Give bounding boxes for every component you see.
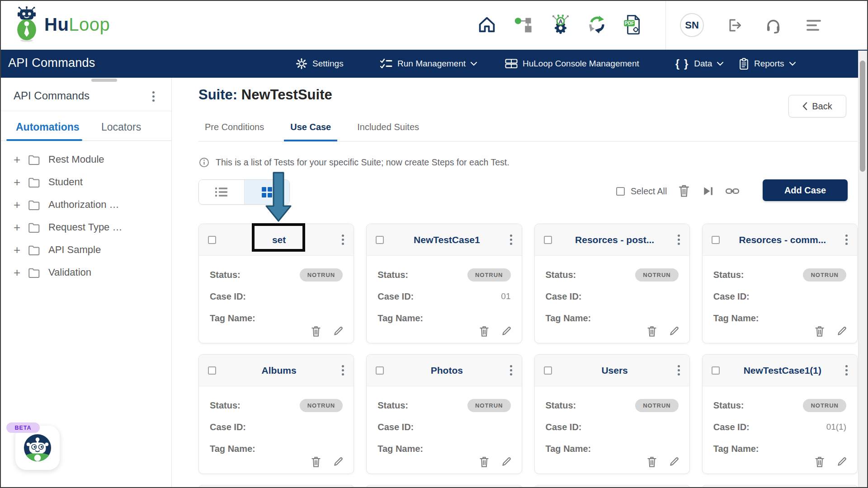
kebab-menu-icon[interactable] bbox=[845, 365, 848, 376]
active-tab-indicator bbox=[6, 139, 82, 141]
expand-plus-icon[interactable]: + bbox=[14, 155, 23, 164]
edit-case-icon[interactable] bbox=[836, 325, 848, 338]
case-checkbox[interactable] bbox=[376, 236, 384, 244]
sidebar-panel-title: API Commands bbox=[14, 89, 90, 102]
chevron-left-icon bbox=[802, 102, 807, 110]
grid-view-button[interactable] bbox=[244, 180, 289, 204]
folder-icon bbox=[28, 155, 40, 165]
delete-case-icon[interactable] bbox=[310, 325, 322, 338]
pdf-export-icon[interactable]: PDF bbox=[623, 14, 643, 34]
edit-case-icon[interactable] bbox=[333, 325, 344, 338]
nav-run-management-label: Run Management bbox=[397, 59, 466, 69]
tree-item-api-sample[interactable]: + API Sample bbox=[1, 239, 171, 261]
automation-tree: + Rest Module + Student + Authorization … bbox=[1, 148, 171, 284]
list-view-button[interactable] bbox=[199, 180, 244, 204]
tab-automations[interactable]: Automations bbox=[16, 121, 80, 133]
home-icon[interactable] bbox=[477, 14, 497, 34]
edit-case-icon[interactable] bbox=[501, 455, 513, 468]
delete-case-icon[interactable] bbox=[478, 455, 490, 468]
delete-case-icon[interactable] bbox=[646, 325, 658, 338]
skip-to-end-icon[interactable] bbox=[702, 185, 714, 197]
edit-case-icon[interactable] bbox=[669, 325, 680, 338]
case-title[interactable]: Photos bbox=[384, 365, 509, 376]
nav-data[interactable]: { } Data bbox=[675, 50, 723, 78]
case-checkbox[interactable] bbox=[208, 236, 216, 244]
select-all-checkbox[interactable] bbox=[616, 187, 625, 196]
delete-case-icon[interactable] bbox=[310, 455, 322, 468]
add-case-button[interactable]: Add Case bbox=[763, 179, 848, 201]
link-icon[interactable] bbox=[725, 185, 740, 197]
automation-gear-icon[interactable]: A bbox=[550, 14, 570, 34]
edit-case-icon[interactable] bbox=[501, 325, 513, 338]
chevron-down-icon bbox=[789, 62, 796, 66]
case-title[interactable]: set bbox=[216, 235, 342, 245]
tab-pre-conditions[interactable]: Pre Conditions bbox=[198, 122, 270, 141]
kebab-menu-icon[interactable] bbox=[510, 235, 513, 245]
kebab-menu-icon[interactable] bbox=[845, 235, 848, 245]
tree-item-authorization[interactable]: + Authorization … bbox=[1, 193, 171, 216]
sidebar-divider bbox=[1, 111, 171, 111]
menu-hamburger-icon[interactable] bbox=[806, 19, 824, 33]
kebab-menu-icon[interactable] bbox=[342, 365, 344, 376]
huloop-logo[interactable]: HuLoop bbox=[14, 6, 110, 42]
workflow-icon[interactable] bbox=[514, 14, 533, 34]
test-case-card-users: Users Status:NOTRUN Case ID: Tag Name: bbox=[534, 354, 690, 474]
select-all-control[interactable]: Select All bbox=[616, 186, 667, 197]
tab-use-case[interactable]: Use Case bbox=[284, 122, 337, 141]
tree-item-request-type[interactable]: + Request Type … bbox=[1, 216, 171, 239]
tree-item-rest-module[interactable]: + Rest Module bbox=[1, 148, 171, 171]
expand-plus-icon[interactable]: + bbox=[14, 223, 23, 232]
header-divider bbox=[665, 1, 666, 50]
nav-console-management[interactable]: HuLoop Console Management bbox=[505, 50, 639, 78]
back-button[interactable]: Back bbox=[788, 95, 846, 117]
delete-case-icon[interactable] bbox=[646, 455, 658, 468]
tree-item-validation[interactable]: + Validation bbox=[1, 261, 171, 284]
sync-icon[interactable] bbox=[587, 14, 607, 34]
case-title[interactable]: Albums bbox=[216, 365, 342, 376]
test-case-card-set: set Status:NOTRUN Case ID: Tag Name: bbox=[198, 224, 354, 343]
case-title[interactable]: Resorces - post... bbox=[552, 235, 678, 245]
kebab-menu-icon[interactable] bbox=[510, 365, 513, 376]
case-checkbox[interactable] bbox=[712, 236, 720, 244]
nav-reports[interactable]: Reports bbox=[739, 50, 796, 78]
tree-item-student[interactable]: + Student bbox=[1, 171, 171, 193]
user-avatar[interactable]: SN bbox=[680, 13, 704, 37]
kebab-menu-icon[interactable] bbox=[678, 235, 680, 245]
support-headset-icon[interactable] bbox=[765, 17, 782, 33]
expand-plus-icon[interactable]: + bbox=[14, 245, 23, 254]
tab-included-suites[interactable]: Included Suites bbox=[351, 122, 425, 141]
edit-case-icon[interactable] bbox=[669, 455, 680, 468]
edit-case-icon[interactable] bbox=[836, 455, 848, 468]
sidebar-horizontal-scrollbar[interactable] bbox=[91, 79, 117, 82]
case-title[interactable]: NewTestCase1(1) bbox=[720, 365, 845, 376]
vertical-scrollbar-thumb[interactable] bbox=[860, 61, 865, 172]
suite-tabs: Pre Conditions Use Case Included Suites bbox=[198, 122, 858, 141]
sidebar-kebab-menu-icon[interactable] bbox=[152, 91, 155, 102]
case-checkbox[interactable] bbox=[208, 366, 216, 375]
delete-case-icon[interactable] bbox=[814, 455, 826, 468]
case-checkbox[interactable] bbox=[376, 366, 384, 375]
case-title[interactable]: NewTestCase1 bbox=[384, 235, 509, 245]
expand-plus-icon[interactable]: + bbox=[14, 268, 23, 277]
case-title[interactable]: Users bbox=[552, 365, 678, 376]
status-badge: NOTRUN bbox=[635, 268, 679, 282]
test-case-card-resorces-comm: Resorces - comm... Status:NOTRUN Case ID… bbox=[702, 224, 858, 343]
edit-case-icon[interactable] bbox=[333, 455, 344, 468]
status-badge: NOTRUN bbox=[635, 399, 679, 412]
logout-icon[interactable] bbox=[726, 17, 742, 33]
delete-case-icon[interactable] bbox=[814, 325, 826, 338]
svg-text:PDF: PDF bbox=[625, 21, 634, 26]
kebab-menu-icon[interactable] bbox=[678, 365, 680, 376]
case-title[interactable]: Resorces - comm... bbox=[720, 235, 845, 245]
case-checkbox[interactable] bbox=[544, 236, 552, 244]
expand-plus-icon[interactable]: + bbox=[14, 200, 23, 209]
tab-locators[interactable]: Locators bbox=[101, 121, 141, 133]
case-checkbox[interactable] bbox=[544, 366, 552, 375]
case-checkbox[interactable] bbox=[712, 366, 720, 375]
expand-plus-icon[interactable]: + bbox=[14, 178, 23, 187]
delete-case-icon[interactable] bbox=[478, 325, 490, 338]
kebab-menu-icon[interactable] bbox=[342, 235, 344, 245]
nav-run-management[interactable]: Run Management bbox=[380, 50, 477, 78]
nav-settings[interactable]: Settings bbox=[296, 50, 344, 78]
delete-selected-icon[interactable] bbox=[677, 183, 691, 198]
